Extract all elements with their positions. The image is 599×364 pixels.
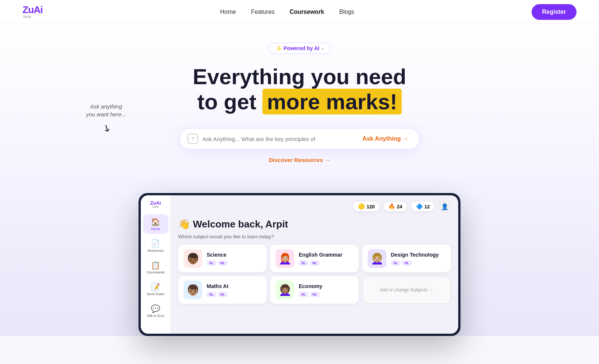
sidebar-item-home-label: Home xyxy=(151,227,160,231)
xp-value: 12 xyxy=(425,204,430,209)
maths-ai-tag-hl: HL xyxy=(218,292,228,297)
nav-features[interactable]: Features xyxy=(251,9,274,15)
nav-blogs[interactable]: Blogs xyxy=(339,9,354,15)
design-technology-avatar: 👩🏼‍🦱 xyxy=(368,249,386,268)
search-bar: ? Ask Anything → xyxy=(180,128,419,149)
ask-annotation: Ask anythingyou want here... ↘ xyxy=(86,103,126,135)
app-sidebar: ZuAi beta 🏠 Home 📄 Resources 📋 Coursewor… xyxy=(141,195,171,334)
sidebar-item-home[interactable]: 🏠 Home xyxy=(143,214,168,234)
sidebar-item-mockexam[interactable]: 📝 Mock Exam xyxy=(143,279,168,299)
economy-name: Economy xyxy=(299,283,322,290)
design-technology-tag-sl: SL xyxy=(391,260,401,266)
hero-title-line2-start: to get xyxy=(197,89,262,114)
user-avatar[interactable]: 👤 xyxy=(439,201,451,212)
question-icon: ? xyxy=(191,136,194,142)
add-subjects-card[interactable]: Add or change Subjects → xyxy=(362,276,451,304)
subject-card-maths-ai[interactable]: 👦🏽 Maths AI SL HL xyxy=(178,276,267,304)
english-grammar-name: English Grammar xyxy=(299,252,343,258)
maths-ai-name: Maths AI xyxy=(207,283,228,290)
stat-badge-zu: 🟡 120 xyxy=(353,202,379,211)
device-frame: ZuAi beta 🏠 Home 📄 Resources 📋 Coursewor… xyxy=(139,193,460,336)
design-technology-tag-hl: HL xyxy=(402,260,412,266)
device-section: ZuAi beta 🏠 Home 📄 Resources 📋 Coursewor… xyxy=(0,178,599,336)
sidebar-item-mockexam-label: Mock Exam xyxy=(147,292,164,296)
nav-coursework[interactable]: Coursework xyxy=(290,9,324,15)
subject-grid: 👦🏾 Science SL HL 👩🏼‍🦰 xyxy=(178,245,451,304)
add-subjects-label: Add or change Subjects → xyxy=(380,287,434,293)
coursework-icon: 📋 xyxy=(151,261,160,270)
subject-card-design-technology[interactable]: 👩🏼‍🦱 Design Technology SL HL xyxy=(362,245,451,272)
sidebar-item-talktozuai-label: Talk to ZuAI xyxy=(147,314,165,318)
logo-text: ZuAi xyxy=(22,5,43,15)
maths-ai-tag-sl: SL xyxy=(207,292,216,297)
stat-badge-fire: 🔥 24 xyxy=(384,202,407,211)
sidebar-item-resources-label: Resources xyxy=(148,249,164,253)
science-tags: SL HL xyxy=(207,260,228,266)
science-info: Science SL HL xyxy=(207,252,228,266)
economy-tags: SL HL xyxy=(299,292,322,297)
resources-icon: 📄 xyxy=(151,239,160,248)
hero-title: Everything you need to get more marks! xyxy=(193,64,406,114)
logo: ZuAi beta xyxy=(22,5,43,19)
hero-title-highlight: more marks! xyxy=(262,89,402,114)
fire-icon: 🔥 xyxy=(388,203,395,210)
hero-section: ✨ Powered by AI › Everything you need to… xyxy=(0,24,599,178)
app-topbar: 🟡 120 🔥 24 🔷 12 👤 xyxy=(178,201,451,212)
search-icon: ? xyxy=(188,134,198,144)
nav-links: Home Features Coursework Blogs xyxy=(220,9,354,15)
zu-coin-value: 120 xyxy=(367,204,375,209)
science-name: Science xyxy=(207,252,228,258)
annotation-arrow: ↘ xyxy=(85,114,128,141)
economy-avatar: 👩🏽‍🦱 xyxy=(276,281,294,299)
register-button[interactable]: Register xyxy=(532,4,577,20)
english-grammar-tag-sl: SL xyxy=(299,260,308,266)
stat-badge-xp: 🔷 12 xyxy=(411,202,434,211)
science-tag-sl: SL xyxy=(207,260,216,266)
logo-beta: beta xyxy=(23,15,31,19)
sidebar-item-talktozuai[interactable]: 💬 Talk to ZuAI xyxy=(143,301,168,321)
maths-ai-tags: SL HL xyxy=(207,292,228,297)
logo-zu: Zu xyxy=(22,4,34,15)
sidebar-item-coursework[interactable]: 📋 Coursework xyxy=(143,258,168,277)
device-inner: ZuAi beta 🏠 Home 📄 Resources 📋 Coursewor… xyxy=(141,195,458,334)
welcome-heading: 👋 Welcome back, Arpit xyxy=(178,218,451,230)
english-grammar-avatar: 👩🏼‍🦰 xyxy=(276,249,294,268)
maths-ai-info: Maths AI SL HL xyxy=(207,283,228,297)
search-input[interactable] xyxy=(203,136,355,142)
subject-question: Which subject would you like to learn to… xyxy=(178,234,451,239)
mockexam-icon: 📝 xyxy=(151,282,160,291)
economy-info: Economy SL HL xyxy=(299,283,322,297)
nav-home[interactable]: Home xyxy=(220,9,236,15)
zu-coin-icon: 🟡 xyxy=(358,203,365,210)
subject-card-economy[interactable]: 👩🏽‍🦱 Economy SL HL xyxy=(270,276,359,304)
subject-card-english-grammar[interactable]: 👩🏼‍🦰 English Grammar SL HL xyxy=(270,245,359,272)
science-tag-hl: HL xyxy=(218,260,228,266)
powered-badge[interactable]: ✨ Powered by AI › xyxy=(268,43,330,54)
discover-resources-link[interactable]: Discover Resources → xyxy=(269,157,330,163)
xp-icon: 🔷 xyxy=(416,203,423,210)
subject-card-science[interactable]: 👦🏾 Science SL HL xyxy=(178,245,267,272)
english-grammar-info: English Grammar SL HL xyxy=(299,252,343,266)
hero-title-line1: Everything you need xyxy=(193,64,406,89)
design-technology-name: Design Technology xyxy=(391,252,439,258)
ask-anything-button[interactable]: Ask Anything → xyxy=(355,132,416,146)
fire-value: 24 xyxy=(397,204,402,209)
english-grammar-tags: SL HL xyxy=(299,260,343,266)
talktozuai-icon: 💬 xyxy=(151,304,160,313)
app-main-content: 🟡 120 🔥 24 🔷 12 👤 👋 Welcome back, Arpit xyxy=(171,195,458,334)
design-technology-info: Design Technology SL HL xyxy=(391,252,439,266)
english-grammar-tag-hl: HL xyxy=(310,260,320,266)
sidebar-item-resources[interactable]: 📄 Resources xyxy=(143,236,168,256)
science-avatar: 👦🏾 xyxy=(183,249,202,268)
navbar: ZuAi beta Home Features Coursework Blogs… xyxy=(0,0,599,24)
economy-tag-hl: HL xyxy=(310,292,320,297)
economy-tag-sl: SL xyxy=(299,292,308,297)
sidebar-logo: ZuAi beta xyxy=(150,201,161,208)
logo-ai: Ai xyxy=(34,4,43,15)
maths-ai-avatar: 👦🏽 xyxy=(183,281,202,299)
powered-badge-arrow: › xyxy=(322,46,323,51)
design-technology-tags: SL HL xyxy=(391,260,439,266)
sidebar-item-coursework-label: Coursework xyxy=(146,270,164,274)
home-icon: 🏠 xyxy=(151,217,160,226)
powered-badge-text: ✨ Powered by AI xyxy=(276,45,319,51)
